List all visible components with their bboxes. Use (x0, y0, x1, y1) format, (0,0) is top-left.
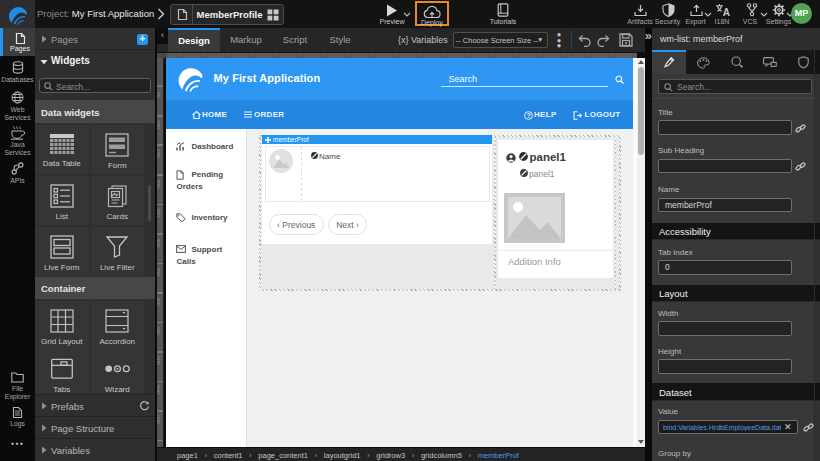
svg-text:?: ? (526, 111, 530, 118)
svg-text:A: A (723, 7, 730, 18)
